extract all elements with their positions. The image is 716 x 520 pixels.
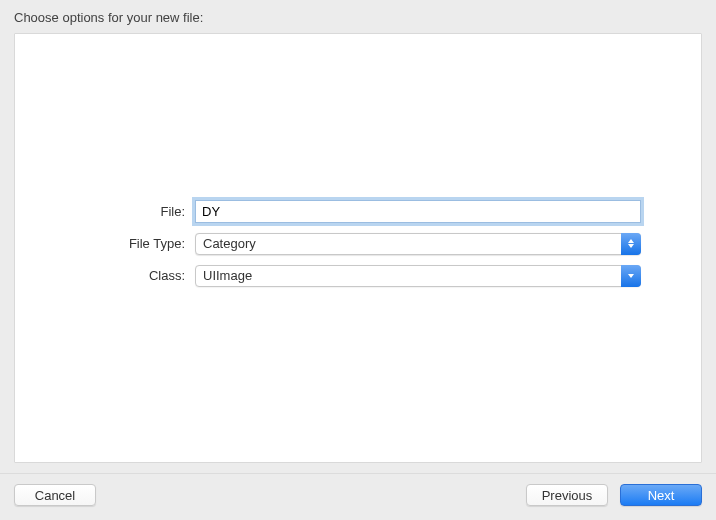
chevron-down-icon [621,265,641,287]
file-input[interactable] [195,200,641,223]
dialog-title: Choose options for your new file: [14,10,203,25]
file-type-select[interactable]: Category [195,233,641,255]
cancel-button[interactable]: Cancel [14,484,96,506]
dialog-header: Choose options for your new file: [0,0,716,33]
file-type-value: Category [203,234,256,254]
file-type-row: File Type: Category [75,233,641,255]
class-combobox[interactable]: UIImage [195,265,641,287]
updown-stepper-icon [621,233,641,255]
class-row: Class: UIImage [75,265,641,287]
file-label: File: [75,204,195,219]
class-value: UIImage [203,266,252,286]
content-area: File: File Type: Category Class: UIImage [14,33,702,463]
file-row: File: [75,200,641,223]
class-label: Class: [75,268,195,283]
dialog-footer: Cancel Previous Next [0,473,716,520]
next-button[interactable]: Next [620,484,702,506]
file-type-label: File Type: [75,236,195,251]
previous-button[interactable]: Previous [526,484,608,506]
